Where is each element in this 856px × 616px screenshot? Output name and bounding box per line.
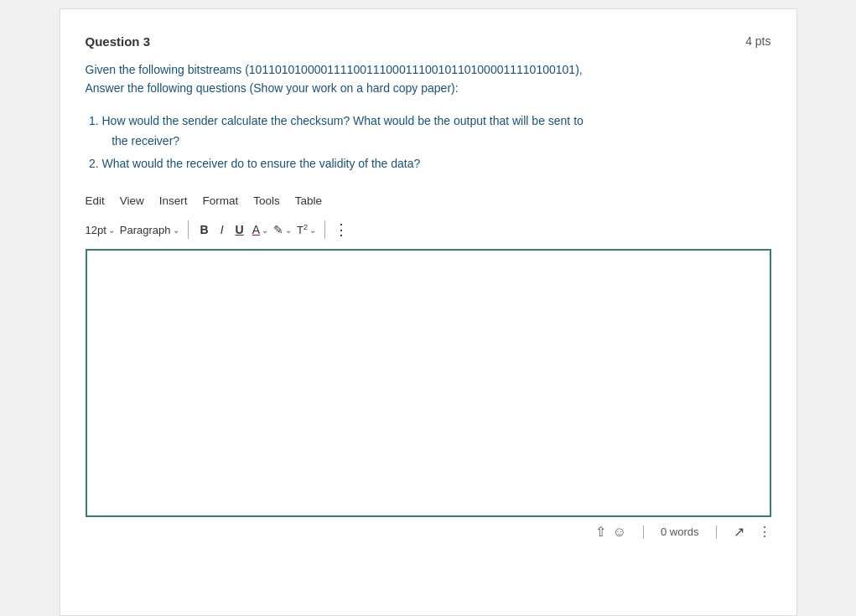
superscript-chevron-icon: ⌄ [309, 225, 316, 235]
question-intro: Given the following bitstreams (10110101… [86, 60, 771, 98]
menu-view[interactable]: View [120, 194, 144, 207]
toolbar-divider-2 [324, 220, 325, 239]
bottom-more-icon[interactable]: ⋮ [758, 524, 771, 540]
answer-input[interactable] [86, 249, 771, 517]
format-bar: 12pt ⌄ Paragraph ⌄ B I U A ⌄ ✎ ⌄ T2 ⌄ [86, 217, 771, 242]
highlight-chevron-icon: ⌄ [285, 225, 292, 235]
emoji-icon[interactable]: ☺ [613, 525, 626, 540]
font-size-select[interactable]: 12pt ⌄ [86, 224, 115, 236]
more-options-icon[interactable]: ⋮ [334, 220, 349, 239]
menu-insert[interactable]: Insert [159, 194, 188, 207]
menu-format[interactable]: Format [203, 194, 239, 207]
font-color-icon: A [252, 223, 260, 236]
toolbar-divider-1 [188, 220, 189, 239]
menu-edit[interactable]: Edit [86, 194, 105, 207]
toolbar-menu: Edit View Insert Format Tools Table [86, 191, 771, 210]
superscript-group[interactable]: T2 ⌄ [297, 223, 316, 236]
italic-button[interactable]: I [217, 221, 227, 238]
question-list: How would the sender calculate the check… [102, 111, 771, 174]
question-item-1: How would the sender calculate the check… [102, 111, 771, 152]
highlight-icon: ✎ [273, 223, 283, 236]
words-count: 0 words [661, 525, 699, 538]
expand-icon[interactable]: ↗ [734, 524, 744, 540]
font-color-group[interactable]: A ⌄ [252, 223, 268, 236]
paragraph-select[interactable]: Paragraph ⌄ [120, 224, 179, 236]
bottom-bar: ⇧ ☺ 0 words ↗ ⋮ [86, 517, 771, 540]
paragraph-chevron-icon: ⌄ [173, 225, 179, 235]
question-title: Question 3 [86, 34, 151, 49]
highlight-color-group[interactable]: ✎ ⌄ [273, 223, 292, 236]
upload-icon[interactable]: ⇧ [595, 524, 606, 540]
menu-table[interactable]: Table [295, 194, 322, 207]
menu-tools[interactable]: Tools [253, 194, 280, 207]
paragraph-label: Paragraph [120, 224, 171, 236]
pts-badge: 4 pts [745, 34, 770, 49]
bottom-divider-2 [716, 525, 717, 539]
question-item-2: What would the receiver do to ensure the… [102, 154, 771, 174]
bottom-divider [643, 525, 644, 539]
bottom-icons: ⇧ ☺ [595, 524, 626, 540]
font-color-chevron-icon: ⌄ [262, 225, 268, 235]
underline-button[interactable]: U [232, 221, 247, 238]
superscript-icon: T2 [297, 223, 308, 236]
font-size-chevron-icon: ⌄ [108, 225, 115, 235]
font-size-value: 12pt [86, 224, 106, 236]
bold-button[interactable]: B [197, 221, 212, 238]
